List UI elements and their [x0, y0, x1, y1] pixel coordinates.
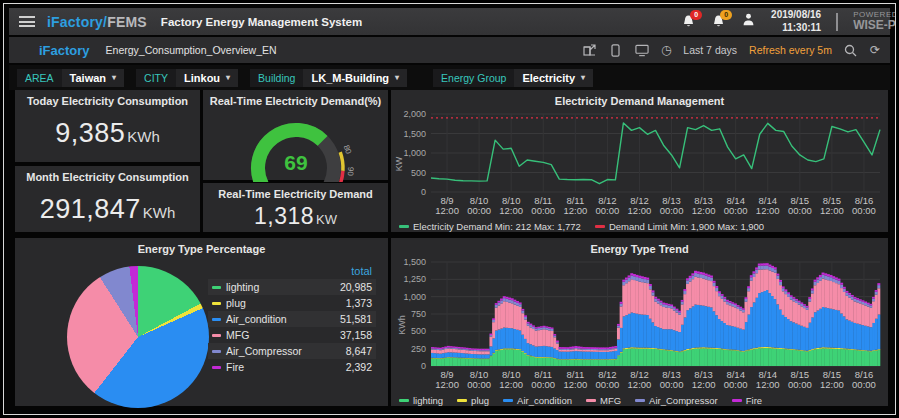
divider [836, 13, 838, 31]
svg-text:8/1412:00: 8/1412:00 [756, 369, 780, 390]
svg-text:1,500: 1,500 [403, 257, 426, 267]
svg-text:8/1500:00: 8/1500:00 [788, 195, 812, 216]
tv-icon[interactable] [635, 44, 649, 57]
filter-energy-group: Energy Group Electricity▾ [433, 69, 593, 87]
svg-text:8/1312:00: 8/1312:00 [692, 369, 716, 390]
share-icon[interactable] [583, 44, 597, 57]
energy-type-pie-chart[interactable] [67, 266, 209, 408]
legend-color-dash [212, 350, 221, 353]
series-total: 2,392 [346, 361, 372, 373]
svg-text:8/1600:00: 8/1600:00 [852, 369, 876, 390]
legend-color-dash [212, 286, 221, 289]
legend-color-dash [595, 225, 605, 228]
date-text: 2019/08/16 [771, 9, 821, 22]
zoom-out-icon[interactable] [844, 44, 858, 57]
realtime-demand-value: 1,318 [254, 203, 314, 229]
svg-text:1,250: 1,250 [403, 274, 426, 284]
panel-title: Electricity Demand Management [391, 90, 888, 108]
menu-icon[interactable] [19, 16, 35, 27]
pie-legend-row[interactable]: plug1,373 [208, 295, 376, 311]
refresh-interval[interactable]: Refresh every 5m [749, 44, 832, 56]
legend-item[interactable]: lighting [399, 395, 443, 406]
legend-item[interactable]: Electricity Demand Min: 212 Max: 1,772 [399, 221, 581, 232]
legend-label: Air_Compressor [649, 395, 718, 406]
legend-item[interactable]: MFG [586, 395, 621, 406]
filter-energy-group-select[interactable]: Electricity▾ [514, 69, 593, 87]
trend-chart: KWh 02505007501,0001,2501,5008/912:008/1… [391, 256, 888, 394]
filter-building: Building LK_M-Building▾ [250, 69, 407, 87]
time-text: 11:30:11 [771, 22, 821, 35]
warning-bell-icon[interactable]: 0 [711, 14, 726, 30]
warning-badge: 0 [720, 10, 732, 20]
legend-label: MFG [600, 395, 621, 406]
legend-item[interactable]: Air_Compressor [635, 395, 718, 406]
filter-area: AREA Taiwan▾ [17, 69, 124, 87]
svg-text:80: 80 [341, 144, 353, 156]
legend-item[interactable]: Demand Limit Min: 1,900 Max: 1,900 [595, 221, 764, 232]
svg-text:1,000: 1,000 [403, 148, 426, 158]
legend-item[interactable]: plug [457, 395, 489, 406]
filter-building-select[interactable]: LK_M-Building▾ [303, 69, 407, 87]
legend-label: Electricity Demand Min: 212 Max: 1,772 [413, 221, 581, 232]
legend-color-dash [212, 318, 221, 321]
alarm-badge: 0 [690, 10, 702, 20]
svg-text:250: 250 [411, 344, 426, 354]
brand-label: iFactory [39, 43, 90, 58]
filter-area-select[interactable]: Taiwan▾ [62, 69, 125, 87]
top-bar: iFactory/FEMS Factory Energy Management … [9, 8, 890, 35]
filter-city-select[interactable]: Linkou▾ [176, 69, 238, 87]
svg-text:8/1300:00: 8/1300:00 [660, 369, 684, 390]
refresh-icon[interactable]: ⟳ [870, 44, 880, 56]
legend-label: lighting [413, 395, 443, 406]
mobile-icon[interactable] [609, 44, 623, 57]
legend-item[interactable]: Fire [732, 395, 762, 406]
panel-title: Energy Type Percentage [15, 238, 388, 256]
svg-text:8/1100:00: 8/1100:00 [531, 195, 555, 216]
pie-legend-row[interactable]: lighting20,985 [208, 279, 376, 295]
legend-color-dash [399, 225, 409, 228]
svg-text:8/1112:00: 8/1112:00 [563, 195, 587, 216]
svg-text:8/912:00: 8/912:00 [435, 195, 459, 216]
today-consumption-value: 9,385 [55, 118, 125, 148]
svg-text:8/1500:00: 8/1500:00 [788, 369, 812, 390]
demand-management-panel: Electricity Demand Management KW 05001,0… [391, 90, 888, 232]
series-total: 8,647 [346, 345, 372, 357]
panel-title: Real-Time Electricity Demand(%) [203, 90, 388, 108]
legend-label: Demand Limit Min: 1,900 Max: 1,900 [609, 221, 764, 232]
dashboard-frame: iFactory/FEMS Factory Energy Management … [3, 3, 896, 415]
legend-color-dash [635, 399, 645, 402]
series-total: 1,373 [346, 297, 372, 309]
pie-legend-row[interactable]: Air_condition51,581 [208, 311, 376, 327]
series-total: 51,581 [340, 313, 372, 325]
filter-bar: AREA Taiwan▾ CITY Linkou▾ Building LK_M-… [9, 65, 890, 90]
legend-label: Fire [746, 395, 762, 406]
pie-legend-row[interactable]: MFG37,158 [208, 327, 376, 343]
app-title: Factory Energy Management System [161, 16, 362, 28]
svg-text:90: 90 [345, 167, 355, 177]
dashboard-name-tab[interactable]: Energy_Consumption_Overview_EN [106, 44, 277, 56]
pie-legend-row[interactable]: Air_Compressor8,647 [208, 343, 376, 359]
series-name: MFG [226, 329, 249, 341]
svg-text:8/1012:00: 8/1012:00 [499, 195, 523, 216]
chevron-down-icon: ▾ [395, 73, 399, 82]
pie-legend-row[interactable]: Fire2,392 [208, 359, 376, 375]
line-chart-svg[interactable]: 05001,0001,5002,0008/912:008/1000:008/10… [391, 108, 888, 220]
time-range-picker[interactable]: Last 7 days [683, 44, 737, 56]
filter-city: CITY Linkou▾ [136, 69, 238, 87]
svg-text:8/1600:00: 8/1600:00 [852, 195, 876, 216]
stacked-area-svg[interactable]: 02505007501,0001,2501,5008/912:008/1000:… [391, 256, 888, 394]
y-axis-label: KW [394, 157, 404, 172]
user-icon[interactable] [741, 12, 756, 31]
svg-text:8/1512:00: 8/1512:00 [820, 195, 844, 216]
svg-text:2,000: 2,000 [403, 109, 426, 119]
trend-chart-legend: lightingplugAir_conditionMFGAir_Compress… [391, 394, 888, 407]
alarm-bell-icon[interactable]: 0 [681, 14, 696, 30]
svg-text:8/1000:00: 8/1000:00 [467, 369, 491, 390]
series-total: 20,985 [340, 281, 372, 293]
powered-by: POWERED WISE-P [853, 11, 896, 33]
svg-text:8/1100:00: 8/1100:00 [531, 369, 555, 390]
gauge-svg: 0809010069 [206, 108, 386, 182]
series-name: Fire [226, 361, 244, 373]
legend-item[interactable]: Air_condition [503, 395, 572, 406]
legend-color-dash [399, 399, 409, 402]
